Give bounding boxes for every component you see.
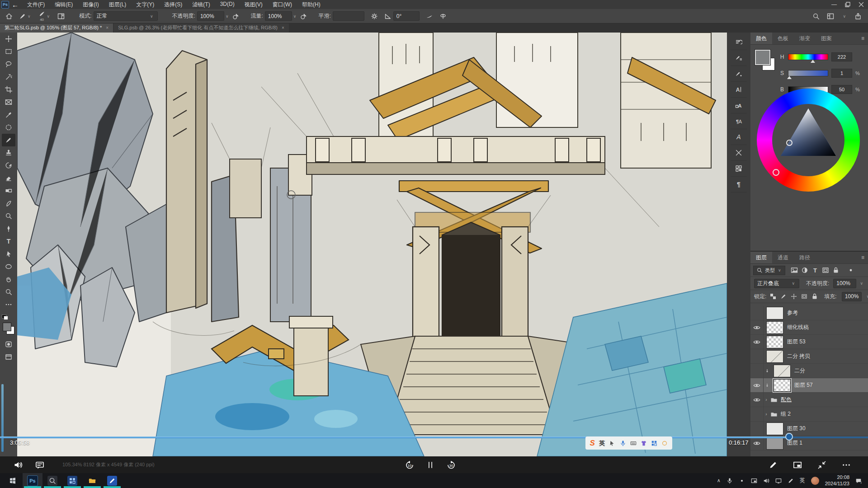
smoothing-gear-icon[interactable] — [371, 13, 378, 20]
lock-all-icon[interactable] — [811, 293, 818, 300]
quick-mask-button[interactable] — [2, 338, 15, 351]
canvas-area[interactable] — [17, 33, 727, 456]
layer-thumbnail[interactable] — [766, 321, 783, 334]
volume-icon[interactable] — [14, 460, 23, 469]
layer-row-4[interactable]: 二分 — [750, 364, 868, 378]
layer-name[interactable]: 二分 拷贝 — [787, 352, 810, 360]
symmetry-icon[interactable] — [439, 13, 447, 20]
layer-name[interactable]: 参考 — [787, 309, 798, 317]
flow-pressure-icon[interactable] — [300, 13, 307, 20]
skip-back-button[interactable]: 10 — [405, 460, 414, 469]
flow-caret[interactable]: ∨ — [293, 14, 297, 19]
libraries-panel-button[interactable] — [731, 161, 747, 177]
menu-item-3[interactable]: 图层(L) — [104, 1, 132, 9]
voice-input-icon[interactable] — [620, 440, 626, 446]
panel-menu-icon[interactable]: ≡ — [861, 35, 864, 42]
opacity-input[interactable]: 100% — [197, 11, 224, 21]
layer-thumbnail[interactable] — [766, 307, 783, 319]
video-progress-handle[interactable] — [785, 433, 793, 441]
filter-type-select[interactable]: 类型∨ — [753, 266, 785, 275]
keyboard-icon[interactable] — [630, 440, 637, 446]
layer-blend-mode-select[interactable]: 正片叠底∨ — [754, 279, 799, 288]
layer-fill-input[interactable]: 100% — [842, 292, 862, 301]
tab-color[interactable]: 颜色 — [750, 33, 772, 44]
eraser-tool[interactable] — [2, 172, 15, 184]
notification-center-icon[interactable]: 2 — [855, 478, 862, 484]
screen-mode-button[interactable] — [2, 351, 15, 363]
visibility-toggle[interactable] — [750, 378, 764, 392]
color-swatches[interactable] — [3, 323, 14, 334]
layer-fill-caret[interactable]: ∨ — [866, 294, 868, 299]
snip-icon[interactable] — [751, 478, 757, 484]
filter-adjustment-icon[interactable] — [801, 267, 808, 274]
glyphs-panel-button[interactable]: A — [731, 129, 747, 145]
group-disclosure-icon[interactable]: › — [764, 412, 769, 417]
saturation-value[interactable]: 1 — [831, 69, 852, 78]
brush-preset-caret[interactable]: ∨ — [28, 14, 31, 19]
menu-item-4[interactable]: 文字(Y) — [131, 1, 159, 9]
pip-icon[interactable] — [793, 460, 802, 469]
exit-fullscreen-icon[interactable] — [817, 460, 826, 469]
menu-item-0[interactable]: 文件(F) — [22, 1, 50, 9]
taskbar-clock[interactable]: 20:082024/11/23 — [825, 474, 849, 487]
opacity-caret[interactable]: ∨ — [226, 14, 229, 19]
tab-close-icon[interactable]: × — [282, 25, 284, 30]
tab-close-icon[interactable]: × — [106, 25, 108, 30]
document-tab-active[interactable]: 第二轮SLG.psb @ 105% (图层 57, RGB/8) *× — [0, 23, 113, 33]
menu-item-8[interactable]: 视图(V) — [240, 1, 268, 9]
taskbar-screen-capture[interactable] — [42, 473, 62, 488]
layer-row-3[interactable]: 二分 拷贝 — [750, 349, 868, 364]
layer-name[interactable]: 图层 30 — [787, 425, 806, 432]
layer-row-2[interactable]: 图层 53 — [750, 335, 868, 349]
taskbar-app-blue[interactable] — [62, 473, 82, 488]
skip-forward-button[interactable]: 30 — [447, 460, 456, 469]
tray-volume-icon[interactable] — [763, 478, 769, 484]
smoothing-input[interactable] — [333, 11, 364, 21]
microphone-icon[interactable] — [726, 478, 733, 484]
hand-tool[interactable] — [2, 273, 15, 286]
brush-settings-panel-button[interactable] — [731, 50, 747, 66]
gradient-tool[interactable] — [2, 184, 15, 197]
crop-tool[interactable] — [2, 83, 15, 96]
layer-thumbnail[interactable] — [774, 379, 791, 392]
brush-tool-icon[interactable] — [19, 13, 26, 20]
lasso-tool[interactable] — [2, 58, 15, 70]
brush-panel-toggle-icon[interactable] — [57, 13, 65, 20]
hue-slider[interactable] — [788, 54, 828, 60]
menu-item-7[interactable]: 3D(D) — [215, 1, 240, 9]
dodge-tool[interactable] — [2, 210, 15, 222]
lock-pixels-icon[interactable] — [781, 293, 787, 300]
foreground-color-swatch[interactable] — [3, 323, 11, 331]
visibility-toggle[interactable] — [750, 335, 764, 349]
filter-smart-icon[interactable] — [832, 267, 840, 274]
pen-tool[interactable] — [2, 222, 15, 235]
layer-name[interactable]: 组 2 — [781, 410, 791, 418]
danmaku-icon[interactable] — [35, 460, 44, 469]
layer-name[interactable]: 二分 — [794, 367, 805, 375]
lock-artboard-icon[interactable] — [802, 293, 808, 300]
menu-item-5[interactable]: 选择(S) — [159, 1, 187, 9]
taskbar-photoshop[interactable]: Ps — [23, 473, 42, 488]
layer-row-0[interactable]: 参考 — [750, 306, 868, 320]
move-tool[interactable] — [2, 33, 15, 45]
visibility-toggle[interactable] — [750, 349, 764, 363]
smudge-tool[interactable] — [2, 197, 15, 210]
emoji-icon[interactable] — [661, 440, 668, 446]
tab-paths[interactable]: 路径 — [794, 252, 816, 263]
layer-row-5[interactable]: 图层 57 — [750, 378, 868, 393]
lock-position-icon[interactable] — [791, 293, 797, 300]
history-panel-button[interactable] — [731, 34, 747, 50]
layer-name[interactable]: 图层 53 — [787, 338, 806, 346]
video-progress-bar[interactable] — [0, 436, 868, 438]
player-back-icon[interactable]: ← — [12, 1, 19, 9]
visibility-toggle[interactable] — [750, 393, 764, 407]
minimize-button[interactable]: — — [827, 0, 841, 9]
home-icon[interactable] — [5, 13, 13, 20]
sogou-logo[interactable]: S — [590, 439, 595, 448]
pen-settings-icon[interactable] — [788, 478, 794, 484]
workspace-icon[interactable] — [827, 13, 834, 20]
filter-shape-icon[interactable] — [822, 267, 829, 274]
tab-layers[interactable]: 图层 — [750, 252, 772, 263]
default-colors-icon[interactable] — [2, 314, 8, 320]
ring-marker[interactable] — [773, 169, 779, 176]
